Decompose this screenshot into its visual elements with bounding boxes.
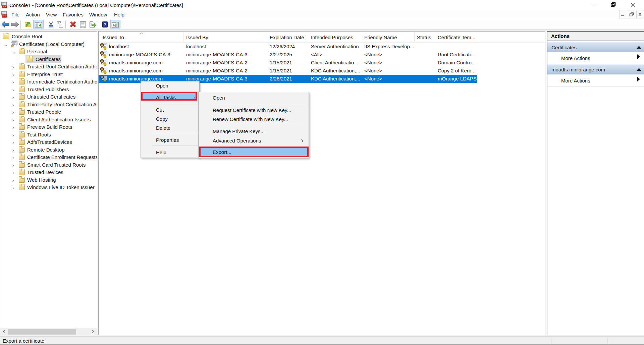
svg-text:?: ? bbox=[104, 22, 107, 27]
